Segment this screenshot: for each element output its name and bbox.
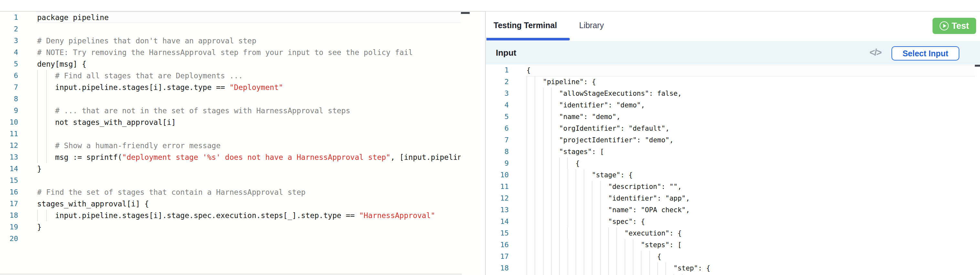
- code-line[interactable]: 16"steps": [: [486, 239, 980, 251]
- code-line[interactable]: 5deny[msg] {: [0, 58, 461, 70]
- code-text: "spec": {: [527, 216, 645, 227]
- code-line[interactable]: 14}: [0, 163, 461, 175]
- code-token: , [input.pipeline.stages[i].stage.name]): [390, 153, 461, 161]
- code-line[interactable]: 4# NOTE: Try removing the HarnessApprova…: [0, 46, 461, 58]
- code-text: "name": "demo",: [527, 111, 620, 123]
- line-number: 6: [0, 70, 18, 82]
- code-view-icon[interactable]: </>: [870, 41, 881, 65]
- code-line[interactable]: 3# Deny pipelines that don't have an app…: [0, 35, 461, 46]
- code-line[interactable]: 15"execution": {: [486, 227, 980, 239]
- code-token: "allowStageExecutions": false,: [559, 90, 681, 98]
- code-line[interactable]: 8"stages": [: [486, 146, 980, 158]
- input-section-title: Input: [496, 41, 517, 65]
- code-line[interactable]: 6"orgIdentifier": "default",: [486, 123, 980, 134]
- code-text: not stages_with_approval[i]: [37, 117, 176, 128]
- code-line[interactable]: 13msg := sprintf("deployment stage '%s' …: [0, 152, 461, 163]
- indent-guides: [527, 76, 543, 88]
- code-token: "stage": {: [592, 171, 632, 179]
- json-input-editor[interactable]: 1{2"pipeline": {3"allowStageExecutions":…: [486, 64, 980, 275]
- line-number: 19: [0, 221, 18, 233]
- code-line[interactable]: 12"identifier": "app",: [486, 192, 980, 204]
- line-number: 18: [486, 262, 509, 274]
- code-line[interactable]: 9# ... that are not in the set of stages…: [0, 105, 461, 117]
- code-text: "step": {: [527, 262, 710, 274]
- tabs-row: Testing Terminal Library Test: [486, 12, 980, 41]
- select-input-button[interactable]: Select Input: [891, 46, 959, 61]
- line-number: 12: [486, 192, 509, 204]
- code-line[interactable]: 1package pipeline: [0, 12, 461, 23]
- code-line[interactable]: 3"allowStageExecutions": false,: [486, 88, 980, 99]
- code-line[interactable]: 10"stage": {: [486, 169, 980, 181]
- tab-library[interactable]: Library: [579, 12, 604, 39]
- code-token: not stages_with_approval[i]: [55, 118, 176, 126]
- input-header-bar: Input </> Select Input: [486, 41, 980, 65]
- indent-guides: [527, 262, 673, 274]
- line-number: 1: [0, 12, 18, 23]
- line-number: 13: [486, 204, 509, 216]
- policy-code-area[interactable]: 1package pipeline23# Deny pipelines that…: [0, 12, 461, 275]
- indent-guides: [527, 204, 608, 216]
- code-text: "stage": {: [527, 169, 633, 181]
- code-token: "identifier": "demo",: [559, 101, 645, 109]
- code-text: msg := sprintf("deployment stage '%s' do…: [37, 152, 461, 163]
- policy-code-editor[interactable]: 1package pipeline23# Deny pipelines that…: [0, 11, 485, 275]
- code-text: input.pipeline.stages[i].stage.spec.exec…: [37, 209, 435, 221]
- code-line[interactable]: 10not stages_with_approval[i]: [0, 117, 461, 128]
- code-line[interactable]: 14"spec": {: [486, 216, 980, 227]
- code-line[interactable]: 7"projectIdentifier": "demo",: [486, 134, 980, 146]
- code-line[interactable]: 9{: [486, 158, 980, 169]
- code-line[interactable]: 7input.pipeline.stages[i].stage.type == …: [0, 82, 461, 93]
- code-line[interactable]: 6# Find all stages that are Deployments …: [0, 70, 461, 82]
- code-line[interactable]: 8: [0, 93, 461, 105]
- code-line[interactable]: 4"identifier": "demo",: [486, 99, 980, 111]
- code-line[interactable]: 13"name": "OPA check",: [486, 204, 980, 216]
- code-line[interactable]: 12# Show a human-friendly error message: [0, 140, 461, 152]
- comment-text: # Show a human-friendly error message: [55, 141, 220, 150]
- line-number: 2: [486, 76, 509, 88]
- code-text: "execution": {: [527, 227, 681, 239]
- code-text: "description": "",: [527, 181, 681, 192]
- code-line[interactable]: 2: [0, 23, 461, 35]
- code-line[interactable]: 19}: [0, 221, 461, 233]
- line-number: 9: [486, 158, 509, 169]
- indent-guides: [527, 146, 559, 158]
- code-token: "identifier": "app",: [608, 194, 690, 202]
- active-tab-underline: [487, 38, 570, 40]
- code-text: # Find the set of stages that contain a …: [37, 186, 305, 198]
- horizontal-scrollbar[interactable]: [0, 273, 462, 275]
- code-line[interactable]: 2"pipeline": {: [486, 76, 980, 88]
- indent-guides: [527, 111, 559, 123]
- line-number: 14: [486, 216, 509, 227]
- line-number: 8: [0, 93, 18, 105]
- code-line[interactable]: 11: [0, 128, 461, 140]
- code-token: "stages": [: [559, 148, 604, 156]
- string-literal: "HarnessApproval": [359, 211, 435, 220]
- code-line[interactable]: 15: [0, 175, 461, 186]
- code-text: "stages": [: [527, 146, 604, 158]
- test-button-label: Test: [951, 21, 969, 31]
- code-line[interactable]: 18"step": {: [486, 262, 980, 274]
- code-line[interactable]: 20: [0, 233, 461, 245]
- code-text: package pipeline: [37, 12, 109, 23]
- code-line[interactable]: 18input.pipeline.stages[i].stage.spec.ex…: [0, 209, 461, 221]
- code-line[interactable]: 16# Find the set of stages that contain …: [0, 186, 461, 198]
- code-line[interactable]: 11"description": "",: [486, 181, 980, 192]
- test-button[interactable]: Test: [932, 18, 976, 34]
- tab-testing-terminal[interactable]: Testing Terminal: [493, 12, 557, 39]
- code-text: [37, 93, 55, 105]
- indent-guides: [37, 93, 55, 105]
- code-text: "steps": [: [527, 239, 681, 251]
- code-line[interactable]: 1{: [486, 64, 980, 76]
- indent-guides: [527, 251, 657, 262]
- line-number: 4: [0, 46, 18, 58]
- indent-guides: [37, 70, 55, 82]
- code-text: # Show a human-friendly error message: [37, 140, 221, 152]
- line-number: 10: [0, 117, 18, 128]
- code-text: stages_with_approval[i] {: [37, 198, 149, 209]
- line-number: 20: [0, 233, 18, 245]
- line-number: 5: [486, 111, 509, 123]
- indent-guides: [37, 117, 55, 128]
- code-line[interactable]: 17{: [486, 251, 980, 262]
- code-line[interactable]: 5"name": "demo",: [486, 111, 980, 123]
- code-line[interactable]: 17stages_with_approval[i] {: [0, 198, 461, 209]
